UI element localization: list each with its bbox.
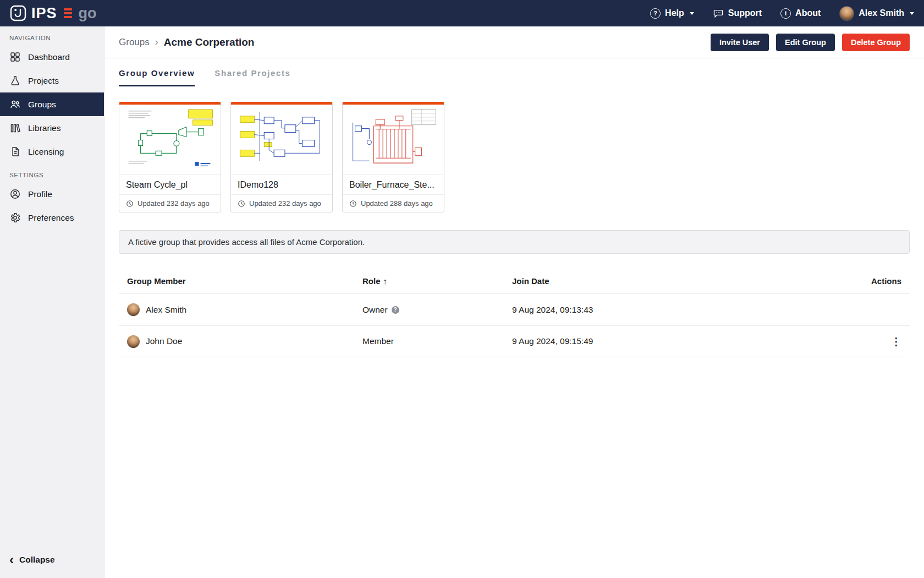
tab-group-overview[interactable]: Group Overview xyxy=(119,68,195,86)
group-description: A fictive group that provides access all… xyxy=(119,230,910,254)
clock-icon xyxy=(238,200,245,208)
member-cell: John Doe xyxy=(127,335,362,348)
steam-cycle-thumbnail xyxy=(119,105,221,175)
user-avatar xyxy=(839,6,854,21)
table-row-john-doe: John Doe Member 9 Aug 2024, 09:15:49 ⋮ xyxy=(119,325,910,357)
user-menu[interactable]: Alex Smith xyxy=(839,6,914,21)
role-label: Owner xyxy=(362,305,388,315)
breadcrumb-groups-link[interactable]: Groups xyxy=(119,37,150,48)
libraries-books-icon xyxy=(9,122,21,134)
member-cell: Alex Smith xyxy=(127,303,362,316)
updated-label: Updated 232 days ago xyxy=(249,199,321,208)
member-name: Alex Smith xyxy=(146,305,186,315)
sidebar-item-projects[interactable]: Projects xyxy=(0,69,104,92)
invite-user-button[interactable]: Invite User xyxy=(711,34,769,51)
sidebar-item-preferences[interactable]: Preferences xyxy=(0,206,104,230)
logo-icon xyxy=(10,5,26,21)
boiler-furnace-thumbnail xyxy=(343,105,444,175)
sidebar: NAVIGATION Dashboard Projects Group xyxy=(0,26,105,578)
updated-label: Updated 232 days ago xyxy=(138,199,210,208)
settings-section-label: SETTINGS xyxy=(0,163,104,182)
project-card-updated: Updated 232 days ago xyxy=(231,195,332,212)
tab-bar: Group Overview Shared Projects xyxy=(105,68,924,86)
licensing-document-icon xyxy=(9,146,21,157)
sidebar-item-label: Preferences xyxy=(28,213,74,223)
member-avatar xyxy=(127,335,140,348)
project-card-steam-cycle[interactable]: Steam Cycle_pl Updated 232 days ago xyxy=(119,102,221,212)
project-card-boiler-furnace[interactable]: Boiler_Furnace_Ste... Updated 288 days a… xyxy=(342,102,444,212)
sidebar-item-profile[interactable]: Profile xyxy=(0,182,104,206)
support-menu[interactable]: Support xyxy=(713,8,762,19)
chevron-down-icon xyxy=(910,12,914,15)
chevron-left-icon: ‹ xyxy=(9,556,14,564)
page-header: Groups › Acme Corperation Invite User Ed… xyxy=(105,26,924,58)
help-label: Help xyxy=(665,8,684,18)
edit-group-button[interactable]: Edit Group xyxy=(776,34,835,51)
info-icon: i xyxy=(780,8,791,19)
about-menu[interactable]: i About xyxy=(780,8,821,19)
sidebar-item-dashboard[interactable]: Dashboard xyxy=(0,45,104,69)
sort-ascending-icon: ↑ xyxy=(383,276,388,286)
join-date: 9 Aug 2024, 09:13:43 xyxy=(512,305,866,315)
project-card-title: Steam Cycle_pl xyxy=(119,175,221,195)
help-icon: ? xyxy=(650,8,661,19)
join-date: 9 Aug 2024, 09:15:49 xyxy=(512,336,866,346)
main-content: Groups › Acme Corperation Invite User Ed… xyxy=(105,26,924,578)
sidebar-item-label: Libraries xyxy=(28,123,61,133)
support-chat-icon xyxy=(713,8,724,19)
sidebar-item-licensing[interactable]: Licensing xyxy=(0,140,104,163)
support-label: Support xyxy=(728,8,762,18)
dashboard-grid-icon xyxy=(9,51,21,63)
column-header-join-date[interactable]: Join Date xyxy=(512,276,866,286)
project-card-title: Boiler_Furnace_Ste... xyxy=(343,175,444,195)
project-card-idemo128[interactable]: IDemo128 Updated 232 days ago xyxy=(230,102,333,212)
sidebar-collapse-button[interactable]: ‹ Collapse xyxy=(0,549,104,570)
project-card-title: IDemo128 xyxy=(231,175,332,195)
brand-text-go: go xyxy=(79,5,97,22)
sidebar-item-label: Groups xyxy=(28,100,56,110)
chevron-down-icon xyxy=(690,12,694,15)
project-card-updated: Updated 288 days ago xyxy=(343,195,444,212)
brand-bars-icon xyxy=(64,8,72,18)
groups-people-icon xyxy=(9,99,21,110)
role-cell: Member xyxy=(362,336,512,346)
collapse-label: Collapse xyxy=(19,555,55,565)
user-name: Alex Smith xyxy=(859,8,904,18)
member-avatar xyxy=(127,303,140,316)
sidebar-item-label: Licensing xyxy=(28,147,64,157)
member-name: John Doe xyxy=(146,336,182,346)
tab-shared-projects[interactable]: Shared Projects xyxy=(215,68,290,86)
delete-group-button[interactable]: Delete Group xyxy=(842,34,910,51)
actions-cell: ⋮ xyxy=(866,335,901,348)
members-table: Group Member Role↑ Join Date Actions Ale… xyxy=(119,268,910,357)
brand-text-ips: IPS xyxy=(31,5,57,22)
app-logo[interactable]: IPS go xyxy=(10,5,97,22)
breadcrumb-separator-icon: › xyxy=(155,36,158,48)
members-table-header: Group Member Role↑ Join Date Actions xyxy=(119,268,910,293)
topbar-menu: ? Help Support i About Alex Smith xyxy=(650,6,914,21)
sidebar-item-groups[interactable]: Groups xyxy=(0,92,104,116)
project-card-updated: Updated 232 days ago xyxy=(119,195,221,212)
breadcrumb-current-page: Acme Corperation xyxy=(164,36,255,48)
sidebar-item-label: Dashboard xyxy=(28,52,70,62)
owner-help-icon[interactable]: ? xyxy=(392,306,399,314)
clock-icon xyxy=(126,200,134,208)
nav-section-label: NAVIGATION xyxy=(0,26,104,45)
column-header-role[interactable]: Role↑ xyxy=(362,276,512,286)
sidebar-item-label: Profile xyxy=(28,189,52,199)
project-cards: Steam Cycle_pl Updated 232 days ago xyxy=(105,86,924,212)
projects-flask-icon xyxy=(9,75,21,86)
idemo128-thumbnail xyxy=(231,105,332,175)
about-label: About xyxy=(795,8,821,18)
header-actions: Invite User Edit Group Delete Group xyxy=(711,34,910,51)
topbar: IPS go ? Help Support i About Alex Smith xyxy=(0,0,924,26)
role-cell: Owner ? xyxy=(362,305,512,315)
column-header-group-member[interactable]: Group Member xyxy=(127,276,362,286)
row-actions-kebab-icon[interactable]: ⋮ xyxy=(891,336,901,347)
sidebar-item-libraries[interactable]: Libraries xyxy=(0,116,104,140)
table-row-alex-smith: Alex Smith Owner ? 9 Aug 2024, 09:13:43 xyxy=(119,293,910,325)
role-label: Member xyxy=(362,336,394,346)
updated-label: Updated 288 days ago xyxy=(361,199,433,208)
help-menu[interactable]: ? Help xyxy=(650,8,694,19)
sidebar-item-label: Projects xyxy=(28,76,59,86)
